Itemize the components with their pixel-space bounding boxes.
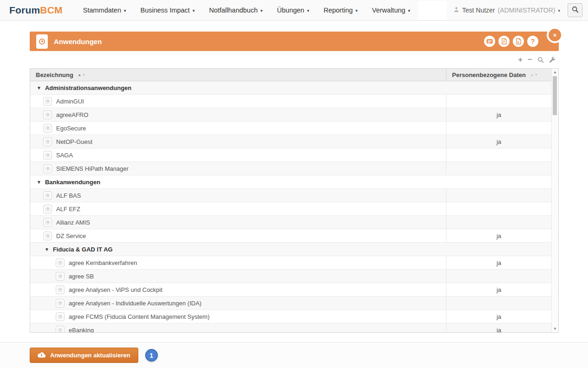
search-icon [572,6,579,14]
group-row[interactable]: ▼Bankanwendungen [30,175,558,189]
chevron-down-icon: ▾ [124,8,126,13]
chevron-down-icon: ▾ [408,8,410,13]
main-menu: Stammdaten▾Business Impact▾Notfallhandbu… [83,6,410,14]
application-name: eBanking [69,327,94,333]
scroll-down-arrow-icon[interactable]: ▼ [552,327,558,331]
collapse-triangle-icon[interactable]: ▼ [37,85,41,90]
nav-item-notfallhandbuch[interactable]: Notfallhandbuch▾ [209,6,262,14]
collapse-triangle-icon[interactable]: ▼ [45,247,49,252]
application-name: agree Analysen - ViPS und Cockpit [69,286,162,293]
application-icon [56,272,65,281]
application-name: agree Kernbankverfahren [69,259,137,266]
collapse-all-button[interactable]: − [528,56,532,64]
application-icon [56,326,65,333]
application-name: DZ Service [56,232,86,239]
table-row[interactable]: ALF BAS [30,189,558,202]
bezeichnung-cell: SAGA [30,148,446,161]
nav-item-business-impact[interactable]: Business Impact▾ [141,6,195,14]
personal-data-cell: ja [446,283,551,296]
cloud-download-icon [38,352,45,359]
application-name: Allianz AMIS [56,219,90,226]
chevron-down-icon: ▾ [558,8,560,13]
table-row[interactable]: agree Kernbankverfahrenja [30,256,558,270]
table-row[interactable]: NetOP-Guestja [30,135,558,148]
collapse-triangle-icon[interactable]: ▼ [37,180,41,185]
step-badge: 1 [145,349,158,362]
vertical-scrollbar[interactable]: ▲ ▼ [551,69,558,332]
table-row[interactable]: agree Analysen - ViPS und Cockpitja [30,283,558,297]
bezeichnung-cell: ▼Bankanwendungen [30,175,446,188]
top-navbar: ForumBCM Stammdaten▾Business Impact▾Notf… [0,0,588,21]
bezeichnung-cell: agree Analysen - ViPS und Cockpit [30,283,446,296]
customer-logo-placeholder [418,1,447,20]
user-menu[interactable]: Test Nutzer (ADMINISTRATOR) ▾ [453,6,560,14]
column-header-bezeichnung[interactable]: Bezeichnung ▲▼ [30,69,446,81]
sort-icons[interactable]: ▲▼ [530,72,539,77]
logo-part-bcm: BCM [40,5,62,15]
application-icon [43,218,52,227]
application-name: agree Analysen - Individuelle Auswertung… [69,300,201,307]
applications-table: Bezeichnung ▲▼ Personenbezogene Daten ▲▼… [30,68,559,333]
table-row[interactable]: Allianz AMIS [30,216,558,229]
group-row[interactable]: ▼Administrationsanwendungen [30,81,558,95]
personal-data-cell [446,162,551,175]
personal-data-cell [446,81,551,94]
personal-data-cell: ja [446,108,551,121]
sort-icons[interactable]: ▲▼ [78,72,86,77]
personal-data-cell: ja [446,229,551,242]
scroll-up-arrow-icon[interactable]: ▲ [552,70,558,74]
personal-data-cell [446,202,551,215]
bezeichnung-cell: DZ Service [30,229,446,242]
help-icon[interactable]: ? [527,36,538,47]
application-name: agree SB [69,273,94,280]
app-logo[interactable]: ForumBCM [9,5,63,16]
table-row[interactable]: agree Analysen - Individuelle Auswertung… [30,297,558,310]
panel-header-icons: x? [484,36,538,47]
applications-icon [36,34,48,49]
bezeichnung-cell: agree SB [30,270,446,283]
panel-title: Anwendungen [54,38,102,45]
list-export-icon[interactable] [484,36,495,47]
svg-text:x: x [517,40,519,44]
bezeichnung-cell: agree Analysen - Individuelle Auswertung… [30,297,446,310]
application-name: agreeAFRO [56,111,88,118]
excel-export-icon[interactable]: x [513,36,524,47]
table-row[interactable]: EgoSecure [30,122,558,135]
nav-item--bungen[interactable]: Übungen▾ [277,6,309,14]
table-row[interactable]: ALF EFZ [30,202,558,216]
group-row[interactable]: ▼Fiducia & GAD IT AG [30,243,558,256]
table-row[interactable]: AdminGUI [30,95,558,108]
application-icon [43,164,52,173]
chevron-down-icon: ▾ [307,8,310,13]
question-mark-glyph: ? [531,38,535,45]
table-row[interactable]: eBankingja [30,323,558,333]
anwendungen-panel: Anwendungen x? × + − Bezeichnung ▲▼ Pers… [30,32,559,333]
close-icon[interactable]: × [547,27,563,43]
scrollbar-thumb[interactable] [553,76,557,115]
column-header-personenbezogene-daten[interactable]: Personenbezogene Daten ▲▼ [446,69,551,81]
global-search-button[interactable] [568,3,582,17]
nav-item-verwaltung[interactable]: Verwaltung▾ [372,6,410,14]
table-row[interactable]: agreeAFROja [30,108,558,122]
bezeichnung-cell: EgoSecure [30,122,446,135]
application-name: SIEMENS HiPath Manager [56,165,129,172]
update-applications-button[interactable]: Anwendungen aktualisieren [30,348,138,363]
application-icon [43,151,52,160]
nav-item-label: Notfallhandbuch [209,6,258,14]
application-name: EgoSecure [56,125,86,132]
navbar-right: Test Nutzer (ADMINISTRATOR) ▾ [418,1,582,20]
nav-item-reporting[interactable]: Reporting▾ [323,6,357,14]
update-applications-label: Anwendungen aktualisieren [50,352,130,359]
grid-search-icon[interactable] [537,57,544,63]
application-icon [43,110,52,119]
table-row[interactable]: DZ Serviceja [30,229,558,243]
table-row[interactable]: SIEMENS HiPath Manager [30,162,558,175]
expand-all-button[interactable]: + [518,56,523,64]
table-row[interactable]: agree FCMS (Fiducia Content Management S… [30,310,558,323]
personal-data-cell [446,95,551,108]
grid-settings-wrench-icon[interactable] [549,57,556,63]
pdf-export-icon[interactable] [498,36,510,47]
table-row[interactable]: agree SB [30,270,558,283]
nav-item-stammdaten[interactable]: Stammdaten▾ [83,6,126,14]
table-row[interactable]: SAGA [30,148,558,162]
